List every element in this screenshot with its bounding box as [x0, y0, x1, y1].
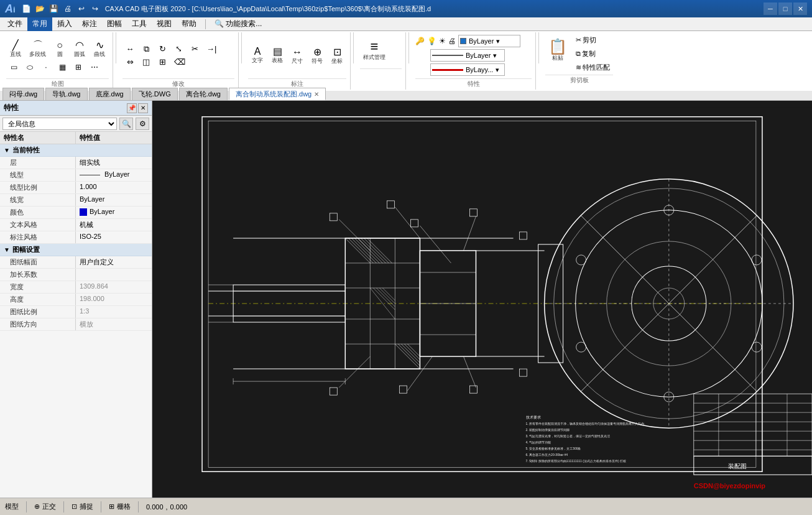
window-controls[interactable]: ─ □ ✕	[764, 2, 807, 15]
tab-helun[interactable]: 离合轮.dwg	[179, 88, 228, 100]
menu-help[interactable]: 帮助	[177, 17, 201, 31]
btn-curve[interactable]: ∿ 曲线	[90, 39, 109, 60]
btn-polyline[interactable]: ⌒ 多段线	[26, 39, 49, 60]
btn-match[interactable]: ≋ 特性匹配	[573, 61, 613, 73]
open-file-btn[interactable]: 📂	[34, 3, 47, 14]
prop-row-width: 宽度 1309.864	[0, 281, 152, 294]
btn-table[interactable]: ▤ 表格	[268, 45, 287, 67]
panel-close-btn[interactable]: ✕	[138, 103, 148, 113]
prop-value-linetype: ——— ByLayer	[76, 169, 152, 181]
panel-filter-btn[interactable]: 🔍	[119, 118, 133, 130]
close-btn[interactable]: ✕	[793, 2, 807, 15]
btn-mirror[interactable]: ⇔	[122, 56, 137, 68]
redo-btn[interactable]: ↪	[89, 3, 101, 14]
status-ortho[interactable]: ⊕ 正交	[34, 502, 56, 511]
minimize-btn[interactable]: ─	[764, 2, 777, 15]
section-label-2: 图幅设置	[12, 245, 40, 254]
copy-label: 复制	[582, 49, 596, 58]
status-snap[interactable]: ⊡ 捕捉	[72, 502, 93, 511]
print-btn[interactable]: 🖨	[62, 3, 74, 14]
btn-hatch[interactable]: ▦	[55, 62, 70, 73]
erase-icon: ⌫	[174, 58, 185, 66]
btn-erase[interactable]: ⌫	[171, 56, 188, 68]
prop-row-height: 高度 198.000	[0, 294, 152, 306]
menu-insert[interactable]: 插入	[52, 17, 77, 31]
btn-copy[interactable]: ⧉	[139, 43, 154, 55]
status-grid[interactable]: ⊞ 栅格	[109, 502, 131, 511]
panel-pin-btn[interactable]: 📌	[127, 103, 137, 113]
btn-copy-clip[interactable]: ⧉ 复制	[573, 47, 613, 60]
maximize-btn[interactable]: □	[778, 2, 792, 15]
btn-more-draw[interactable]: ⋯	[87, 62, 102, 73]
ortho-icon: ⊕	[34, 503, 40, 511]
linetype-combo[interactable]: ByLayer ▾	[430, 49, 505, 62]
panel-scope-dropdown[interactable]: 全局信息	[2, 118, 117, 130]
undo-btn[interactable]: ↩	[75, 3, 88, 14]
table-icon: ▤	[273, 47, 282, 57]
btn-extend[interactable]: →|	[203, 43, 219, 55]
section-current-props[interactable]: ▼ 当前特性	[0, 144, 152, 157]
btn-block[interactable]: ⊞	[71, 62, 86, 73]
menu-annotate[interactable]: 标注	[77, 17, 102, 31]
menu-layout[interactable]: 图幅	[102, 17, 127, 31]
layer-icon4: 🖨	[448, 37, 456, 45]
btn-paste[interactable]: 📋 粘贴	[545, 34, 570, 67]
btn-rect[interactable]: ▭	[6, 62, 21, 73]
btn-dim[interactable]: ↔ 尺寸	[288, 45, 307, 67]
tab-dizuo[interactable]: 底座.dwg	[89, 88, 131, 100]
ribbon-group-annotate: A 文字 ▤ 表格 ↔ 尺寸 ⊕ 符号	[244, 32, 351, 90]
btn-array[interactable]: ⊞	[155, 56, 170, 68]
prop-row-textstyle: 文本风格 机械	[0, 219, 152, 231]
tab-label-daogui: 导轨.dwg	[52, 90, 80, 99]
status-model[interactable]: 模型	[5, 502, 19, 511]
tab-daogui[interactable]: 导轨.dwg	[45, 88, 87, 100]
btn-style-mgr[interactable]: ≡ 样式管理	[360, 34, 389, 67]
btn-cut[interactable]: ✂ 剪切	[573, 34, 613, 46]
tab-label-dizuo: 底座.dwg	[96, 90, 124, 99]
prop-name-orient: 图纸方向	[0, 318, 76, 330]
section-arrow-2: ▼	[4, 246, 10, 253]
status-sep-3	[101, 501, 101, 513]
match-icon: ≋	[576, 63, 581, 72]
array-icon: ⊞	[159, 58, 166, 66]
menu-common[interactable]: 常用	[27, 17, 52, 31]
btn-arc[interactable]: ◠ 圆弧	[70, 39, 89, 60]
btn-ellipse[interactable]: ⬭	[22, 62, 37, 73]
tab-feilun[interactable]: 飞轮.DWG	[132, 88, 178, 100]
btn-point[interactable]: ·	[39, 62, 53, 73]
new-file-btn[interactable]: 📄	[21, 3, 33, 14]
layer-combo[interactable]: ByLayer ▾	[458, 35, 520, 47]
sep1	[116, 32, 116, 63]
menu-view[interactable]: 视图	[152, 17, 177, 31]
menu-tools[interactable]: 工具	[127, 17, 152, 31]
tab-menmu[interactable]: 闷母.dwg	[2, 88, 44, 100]
panel-controls[interactable]: 📌 ✕	[127, 103, 148, 113]
canvas-area[interactable]: 装配图 技术要求 1. 所有零件在装配前清洗干净，轴承及销合缝处应均匀涂抹适量号…	[152, 101, 812, 498]
btn-text[interactable]: A 文字	[248, 45, 267, 67]
ribbon-group-draw: ╱ 直线 ⌒ 多段线 ○ 圆 ◠ 圆弧	[2, 32, 113, 90]
circle-icon: ○	[57, 40, 63, 50]
section-layout[interactable]: ▼ 图幅设置	[0, 244, 152, 256]
btn-trim[interactable]: ✂	[187, 43, 202, 55]
prop-value-papersize: 用户自定义	[76, 256, 152, 268]
btn-line[interactable]: ╱ 直线	[6, 39, 25, 60]
save-file-btn[interactable]: 💾	[48, 3, 60, 14]
menu-search[interactable]: 🔍 功能搜索...	[210, 17, 267, 31]
tab-close-assembly[interactable]: ✕	[314, 91, 319, 98]
btn-symbol[interactable]: ⊕ 符号	[308, 45, 326, 67]
panel-settings-btn[interactable]: ⚙	[136, 118, 149, 130]
lineweight-combo[interactable]: ByLayy... ▾	[430, 63, 505, 76]
svg-rect-0	[152, 108, 812, 491]
btn-scale[interactable]: ⤡	[171, 43, 186, 55]
prop-name-scale: 图纸比例	[0, 306, 76, 318]
btn-circle[interactable]: ○ 圆	[50, 39, 69, 60]
btn-offset[interactable]: ◫	[139, 56, 154, 68]
btn-rotate[interactable]: ↻	[155, 43, 170, 55]
btn-move[interactable]: ↔	[122, 43, 137, 55]
prop-name-layer: 层	[0, 157, 76, 169]
btn-coord[interactable]: ⊡ 坐标	[328, 45, 346, 67]
svg-text:7. S拆卸 拆除的所有部分均由111111111 (法式占: 7. S拆卸 拆除的所有部分均由111111111 (法式占力机构水排水压件) …	[526, 459, 626, 463]
linetype-preview	[432, 55, 463, 56]
menu-file[interactable]: 文件	[2, 17, 27, 31]
tab-assembly[interactable]: 离合制动系统装配图.dwg ✕	[229, 88, 326, 100]
